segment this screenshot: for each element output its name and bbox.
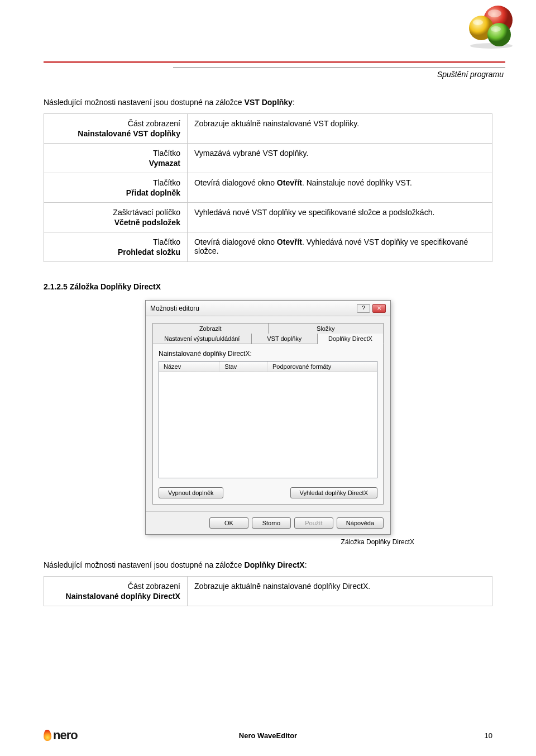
row-desc: Vymazává vybrané VST doplňky.	[187, 144, 492, 173]
figure-caption: Záložka Doplňky DirectX	[44, 538, 492, 546]
row-name: Prohledat složku	[118, 248, 180, 256]
tabs-row-1: Zobrazit Složky	[152, 323, 384, 334]
page-number: 10	[485, 731, 492, 740]
help-button[interactable]: Nápověda	[337, 517, 384, 529]
tabs-row-2: Nastavení výstupu/ukládání VST doplňky D…	[152, 334, 384, 344]
table-row: Tlačítko Vymazat Vymazává vybrané VST do…	[44, 144, 492, 173]
svg-point-4	[488, 9, 501, 17]
svg-point-3	[487, 23, 511, 46]
cancel-button[interactable]: Storno	[252, 517, 291, 529]
tab-nastaveni-vystupu[interactable]: Nastavení výstupu/ukládání	[152, 334, 252, 344]
apply-button[interactable]: Použít	[294, 517, 333, 529]
row-name: Vymazat	[149, 159, 180, 168]
tab-doplnky-directx[interactable]: Doplňky DirectX	[318, 334, 384, 344]
tab-slozky[interactable]: Složky	[269, 323, 384, 334]
table-row: Zaškrtávací políčko Včetně podsložek Vyh…	[44, 203, 492, 232]
options-table-directx: Část zobrazení Nainstalované doplňky Dir…	[44, 576, 492, 606]
options-table-vst: Část zobrazení Nainstalované VST doplňky…	[44, 113, 492, 262]
row-name: Přidat doplněk	[126, 188, 180, 197]
header-rule-grey	[173, 67, 505, 68]
row-type: Tlačítko	[51, 237, 180, 246]
row-name: Včetně podsložek	[114, 218, 180, 227]
col-nazev[interactable]: Název	[159, 362, 220, 372]
editor-options-dialog: Možnosti editoru ? ✕ Zobrazit Složky Nas…	[145, 300, 391, 535]
disable-plugin-button[interactable]: Vypnout doplněk	[159, 487, 223, 498]
row-desc: Vyhledává nové VST doplňky ve specifikov…	[187, 203, 492, 232]
panel-label: Nainstalované doplňky DirectX:	[159, 350, 377, 358]
svg-point-5	[473, 20, 483, 25]
tab-panel: Nainstalované doplňky DirectX: Název Sta…	[152, 344, 384, 505]
nero-logo: nero	[44, 728, 78, 743]
row-desc: Zobrazuje aktuálně nainstalované VST dop…	[187, 114, 492, 144]
row-name: Nainstalované VST doplňky	[78, 129, 180, 138]
dialog-title: Možnosti editoru	[150, 305, 355, 312]
row-desc: Otevírá dialogové okno Otevřít. Vyhledáv…	[187, 232, 492, 262]
page-footer: nero Nero WaveEditor 10	[0, 728, 536, 743]
table-row: Část zobrazení Nainstalované doplňky Dir…	[44, 577, 492, 606]
table-row: Tlačítko Přidat doplněk Otevírá dialogov…	[44, 173, 492, 203]
svg-point-6	[491, 26, 501, 32]
row-desc: Zobrazuje aktuálně nainstalované doplňky…	[187, 577, 492, 606]
page-header: Spuštění programu	[0, 0, 536, 73]
table-row: Část zobrazení Nainstalované VST doplňky…	[44, 114, 492, 144]
flame-icon	[43, 730, 51, 741]
header-rule-red	[44, 61, 505, 63]
row-type: Tlačítko	[51, 178, 180, 187]
col-formaty[interactable]: Podporované formáty	[268, 362, 377, 372]
col-stav[interactable]: Stav	[220, 362, 268, 372]
tab-zobrazit[interactable]: Zobrazit	[152, 323, 269, 334]
table-row: Tlačítko Prohledat složku Otevírá dialog…	[44, 232, 492, 262]
dialog-footer: OK Storno Použít Nápověda	[146, 511, 390, 534]
intro-text-2: Následující možnosti nastavení jsou dost…	[44, 560, 492, 569]
ok-button[interactable]: OK	[209, 517, 248, 529]
tab-vst-doplnky[interactable]: VST doplňky	[252, 334, 318, 344]
row-desc: Otevírá dialogové okno Otevřít. Nainstal…	[187, 173, 492, 203]
close-icon[interactable]: ✕	[372, 304, 386, 313]
row-type: Část zobrazení	[51, 582, 180, 591]
dialog-titlebar[interactable]: Možnosti editoru ? ✕	[146, 301, 390, 316]
intro-text-1: Následující možnosti nastavení jsou dost…	[44, 98, 492, 107]
help-icon[interactable]: ?	[357, 304, 370, 313]
list-headers: Název Stav Podporované formáty	[159, 362, 377, 372]
nero-logo-text: nero	[53, 728, 78, 743]
section-heading: 2.1.2.5 Záložka Doplňky DirectX	[44, 282, 492, 291]
directx-plugins-listbox[interactable]: Název Stav Podporované formáty	[159, 361, 377, 478]
row-name: Nainstalované doplňky DirectX	[66, 592, 180, 601]
row-type: Tlačítko	[51, 149, 180, 158]
row-type: Část zobrazení	[51, 119, 180, 128]
row-type: Zaškrtávací políčko	[51, 208, 180, 217]
footer-product-name: Nero WaveEditor	[239, 731, 297, 740]
header-orbs-graphic	[463, 4, 519, 51]
find-directx-plugins-button[interactable]: Vyhledat doplňky DirectX	[290, 487, 378, 498]
header-section-label: Spuštění programu	[437, 70, 504, 79]
